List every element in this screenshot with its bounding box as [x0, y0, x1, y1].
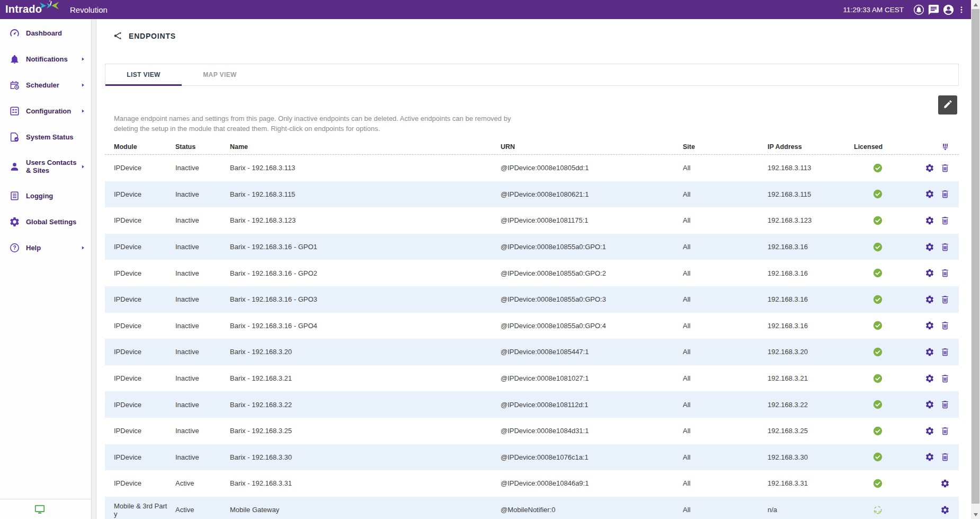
table-row[interactable]: IPDeviceInactiveBarix - 192.168.3.16 - G… [105, 313, 959, 339]
table-row[interactable]: IPDeviceInactiveBarix - 192.168.3.16 - G… [105, 286, 959, 313]
table-row[interactable]: IPDeviceInactiveBarix - 192.168.3.115@IP… [105, 181, 959, 208]
scroll-up-button[interactable] [971, 0, 980, 9]
table-row[interactable]: IPDeviceInactiveBarix - 192.168.3.113@IP… [105, 155, 959, 181]
table-row[interactable]: IPDeviceInactiveBarix - 192.168.3.20@IPD… [105, 339, 959, 365]
settings-gear-icon[interactable] [925, 426, 934, 436]
sidebar-item-configuration[interactable]: Configuration [0, 98, 91, 124]
settings-gear-icon[interactable] [925, 216, 934, 225]
table-row[interactable]: IPDeviceInactiveBarix - 192.168.3.22@IPD… [105, 391, 959, 418]
table-row[interactable]: IPDeviceActiveBarix - 192.168.3.31@IPDev… [105, 470, 959, 497]
table-row[interactable]: Mobile & 3rd PartyActiveMobile Gateway@M… [105, 497, 959, 519]
edit-button[interactable] [938, 95, 957, 115]
delete-trash-icon[interactable] [940, 295, 950, 304]
cell-licensed [854, 189, 902, 199]
cell-ip: 192.168.3.16 [768, 295, 854, 303]
delete-trash-icon[interactable] [940, 452, 950, 462]
tab-list-view[interactable]: LIST VIEW [105, 64, 182, 85]
delete-trash-icon[interactable] [940, 374, 950, 383]
sidebar-nav: DashboardNotificationsSchedulerConfigura… [0, 19, 91, 261]
chevron-right-icon [80, 56, 86, 62]
cell-status: Inactive [175, 269, 230, 277]
cell-site: All [683, 506, 768, 514]
page-scrollbar[interactable] [971, 0, 980, 519]
sidebar-item-settings[interactable]: Global Settings [0, 209, 91, 235]
table-row[interactable]: IPDeviceInactiveBarix - 192.168.3.21@IPD… [105, 365, 959, 392]
sidebar-item-label: System Status [26, 133, 74, 141]
tab-map-view[interactable]: MAP VIEW [182, 64, 258, 85]
topbar-right: 11:29:33 AM CEST [843, 4, 966, 16]
cell-urn: @IPDevice:0008e108112d:1 [501, 401, 683, 409]
table-row[interactable]: IPDeviceInactiveBarix - 192.168.3.30@IPD… [105, 444, 959, 471]
sidebar-item-scheduler[interactable]: Scheduler [0, 72, 91, 98]
brand-logo: Intrado [5, 0, 63, 19]
delete-trash-icon[interactable] [940, 189, 950, 199]
table-row[interactable]: IPDeviceInactiveBarix - 192.168.3.123@IP… [105, 207, 959, 234]
delete-trash-icon[interactable] [940, 163, 950, 173]
sidebar-item-label: Scheduler [26, 81, 59, 89]
cell-status: Inactive [175, 216, 230, 224]
help-icon: ? [9, 242, 20, 253]
sidebar-item-users[interactable]: Users Contacts & Sites [0, 150, 91, 183]
settings-gear-icon[interactable] [940, 479, 950, 488]
settings-gear-icon[interactable] [925, 189, 934, 199]
cell-ip: 192.168.3.30 [768, 453, 854, 461]
sidebar-item-system-status[interactable]: System Status [0, 124, 91, 150]
endpoints-table: Module Status Name URN Site IP Address L… [105, 139, 959, 519]
settings-gear-icon[interactable] [925, 268, 934, 278]
page-header: ENDPOINTS [113, 31, 176, 41]
cell-name: Barix - 192.168.3.115 [230, 190, 501, 198]
cell-name: Mobile Gateway [230, 506, 501, 514]
endpoints-share-icon [113, 31, 123, 41]
endpoints-table-body: IPDeviceInactiveBarix - 192.168.3.113@IP… [105, 155, 959, 519]
content-gutter [92, 19, 96, 519]
delete-trash-icon[interactable] [940, 400, 950, 409]
cell-name: Barix - 192.168.3.16 - GPO1 [230, 243, 501, 251]
delete-trash-icon[interactable] [940, 216, 950, 225]
table-row[interactable]: IPDeviceInactiveBarix - 192.168.3.16 - G… [105, 234, 959, 260]
settings-gear-icon[interactable] [925, 374, 934, 383]
col-header-status: Status [175, 143, 230, 151]
sidebar-item-logging[interactable]: Logging [0, 183, 91, 209]
main-content: ENDPOINTS LIST VIEW MAP VIEW Manage endp… [96, 19, 971, 519]
delete-trash-icon[interactable] [940, 426, 950, 436]
cell-ip: 192.168.3.16 [768, 269, 854, 277]
table-row[interactable]: IPDeviceInactiveBarix - 192.168.3.25@IPD… [105, 418, 959, 444]
delete-trash-icon[interactable] [940, 321, 950, 330]
scroll-down-button[interactable] [971, 510, 980, 519]
cell-actions [902, 347, 959, 357]
cell-site: All [683, 427, 768, 435]
scrollbar-thumb[interactable] [972, 9, 979, 504]
sidebar-item-dashboard[interactable]: Dashboard [0, 20, 91, 46]
settings-gear-icon[interactable] [940, 505, 950, 515]
sidebar-footer [0, 499, 91, 519]
settings-gear-icon[interactable] [925, 452, 934, 462]
column-filter-icon[interactable] [941, 142, 950, 152]
settings-gear-icon[interactable] [925, 321, 934, 330]
scheduler-icon [9, 80, 20, 91]
chevron-right-icon [80, 164, 86, 170]
sidebar-item-help[interactable]: ?Help [0, 235, 91, 261]
delete-trash-icon[interactable] [940, 347, 950, 357]
delete-trash-icon[interactable] [940, 242, 950, 252]
overflow-menu-icon[interactable] [957, 4, 966, 16]
chat-icon[interactable] [928, 4, 940, 16]
sidebar-item-notifications[interactable]: Notifications [0, 46, 91, 72]
settings-gear-icon[interactable] [925, 242, 934, 252]
cell-name: Barix - 192.168.3.16 - GPO4 [230, 322, 501, 330]
cell-urn: @MobileNotifier:0 [501, 506, 683, 514]
account-icon[interactable] [942, 4, 955, 16]
cell-module: IPDevice [114, 348, 175, 356]
settings-gear-icon[interactable] [925, 400, 934, 409]
settings-gear-icon[interactable] [925, 347, 934, 357]
cell-site: All [683, 243, 768, 251]
table-row[interactable]: IPDeviceInactiveBarix - 192.168.3.16 - G… [105, 260, 959, 286]
cell-actions [902, 479, 959, 488]
settings-gear-icon[interactable] [925, 295, 934, 304]
cell-ip: 192.168.3.31 [768, 479, 854, 487]
cell-module: IPDevice [114, 479, 175, 487]
cell-site: All [683, 479, 768, 487]
settings-gear-icon[interactable] [925, 163, 934, 173]
alarm-icon[interactable] [913, 4, 925, 16]
delete-trash-icon[interactable] [940, 268, 950, 278]
cell-site: All [683, 164, 768, 172]
